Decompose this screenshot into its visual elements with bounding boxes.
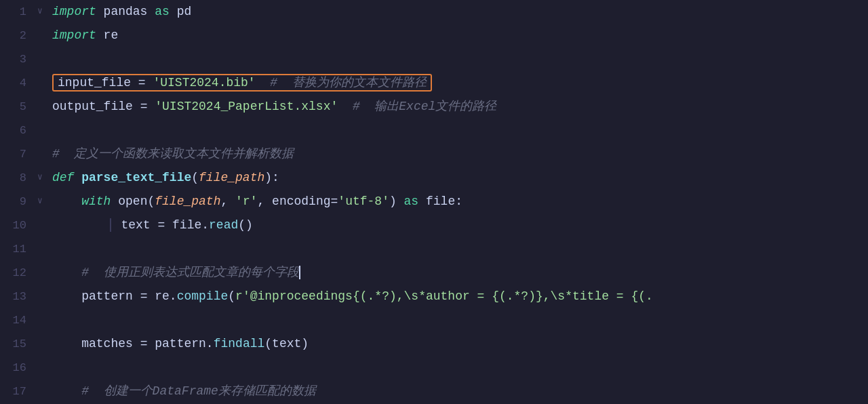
line-number: 10 (0, 216, 37, 235)
line-number: 15 (0, 335, 37, 353)
line-number: 3 (0, 50, 37, 68)
code-line: 13 pattern = re.compile(r'@inproceedings… (0, 285, 868, 308)
code-content (50, 239, 868, 259)
fold-arrow[interactable]: ∨ (37, 195, 50, 209)
code-line: 3 (0, 47, 868, 71)
code-content: # 定义一个函数来读取文本文件并解析数据 (50, 144, 868, 164)
line-number: 7 (0, 145, 37, 163)
code-content: # 使用正则表达式匹配文章的每个字段 (50, 263, 868, 283)
line-number: 13 (0, 287, 37, 306)
code-line: 16 (0, 356, 868, 380)
code-content (50, 358, 868, 378)
code-line: 10 text = file.read() (0, 214, 868, 237)
line-number: 6 (0, 121, 37, 140)
code-content: input_file = 'UIST2024.bib' # 替换为你的文本文件路… (50, 73, 868, 93)
line-number: 12 (0, 264, 37, 282)
code-content: import pandas as pd (50, 2, 868, 22)
code-line: 8∨def parse_text_file(file_path): (0, 166, 868, 190)
line-number: 4 (0, 74, 37, 92)
code-content: output_file = 'UIST2024_PaperList.xlsx' … (50, 97, 868, 117)
line-number: 11 (0, 240, 37, 258)
code-content: with open(file_path, 'r', encoding='utf-… (50, 192, 868, 211)
line-number: 5 (0, 98, 37, 116)
line-number: 1 (0, 3, 37, 21)
code-line: 2import re (0, 24, 868, 47)
code-content: text = file.read() (50, 216, 868, 235)
line-number: 14 (0, 311, 37, 329)
code-line: 1∨import pandas as pd (0, 0, 868, 24)
code-content (50, 310, 868, 330)
code-content: pattern = re.compile(r'@inproceedings{(.… (50, 287, 868, 306)
line-number: 17 (0, 382, 37, 401)
code-content: def parse_text_file(file_path): (50, 168, 868, 188)
line-number: 8 (0, 169, 37, 187)
code-line: 6 (0, 119, 868, 142)
fold-arrow[interactable]: ∨ (37, 5, 50, 19)
code-line: 9∨ with open(file_path, 'r', encoding='u… (0, 190, 868, 214)
code-line: 15 matches = pattern.findall(text) (0, 332, 868, 356)
code-content: import re (50, 26, 868, 45)
code-line: 12 # 使用正则表达式匹配文章的每个字段 (0, 261, 868, 285)
code-content: # 创建一个DataFrame来存储匹配的数据 (50, 382, 868, 401)
code-line: 17 # 创建一个DataFrame来存储匹配的数据 (0, 380, 868, 403)
line-number: 2 (0, 26, 37, 45)
line-number: 9 (0, 193, 37, 211)
line-number: 16 (0, 359, 37, 377)
code-line: 14 (0, 308, 868, 332)
code-editor: 1∨import pandas as pd2import re34input_f… (0, 0, 868, 404)
code-line: 11 (0, 237, 868, 261)
code-content: matches = pattern.findall(text) (50, 334, 868, 354)
fold-arrow[interactable]: ∨ (37, 171, 50, 185)
code-line: 4input_file = 'UIST2024.bib' # 替换为你的文本文件… (0, 71, 868, 95)
code-line: 5output_file = 'UIST2024_PaperList.xlsx'… (0, 95, 868, 119)
code-line: 7# 定义一个函数来读取文本文件并解析数据 (0, 142, 868, 166)
